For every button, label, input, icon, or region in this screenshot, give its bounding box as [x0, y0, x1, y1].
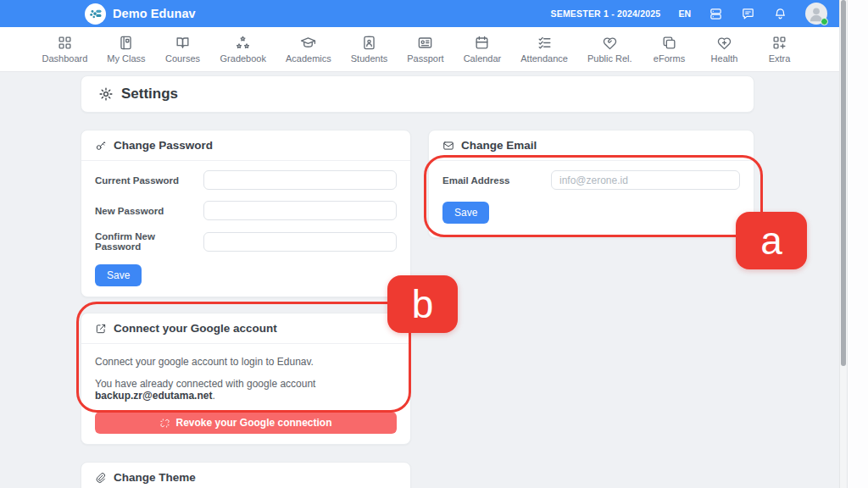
revoke-google-button[interactable]: Revoke your Google connection	[95, 412, 397, 434]
nav-item-health[interactable]: Health	[703, 35, 747, 64]
change-password-title: Change Password	[114, 139, 213, 152]
change-theme-title: Change Theme	[114, 471, 196, 484]
nav-item-my-class[interactable]: My Class	[103, 35, 149, 64]
nav-item-label: Courses	[165, 53, 200, 64]
email-input[interactable]	[551, 170, 740, 190]
server-icon[interactable]	[709, 7, 723, 21]
nav-item-label: Academics	[286, 53, 331, 64]
brand-name: Demo Edunav	[113, 7, 196, 20]
password-form-row: Confirm New Password	[95, 231, 397, 252]
password-field-label: Confirm New Password	[95, 231, 203, 252]
nav-item-label: Gradebook	[220, 53, 266, 64]
google-account-email: backup.zr@edutama.net	[95, 390, 212, 402]
online-status-dot	[821, 18, 828, 25]
topbar: Demo Edunav SEMESTER 1 - 2024/2025 EN	[0, 0, 839, 27]
page-header-card: Settings	[81, 75, 754, 113]
semester-selector[interactable]: SEMESTER 1 - 2024/2025	[551, 8, 661, 19]
nav-item-students[interactable]: Students	[347, 35, 392, 64]
page-title: Settings	[121, 86, 178, 103]
change-password-card: Change Password Current Password New Pas…	[81, 130, 411, 297]
current-password-input[interactable]	[203, 170, 397, 190]
nav-item-eforms[interactable]: eForms	[648, 35, 692, 64]
language-selector[interactable]: EN	[678, 8, 691, 19]
nav-item-academics[interactable]: Academics	[281, 35, 336, 64]
new-password-input[interactable]	[203, 201, 397, 220]
change-email-card: Change Email Email Address Save	[428, 130, 754, 238]
nav-item-label: Health	[711, 53, 738, 64]
save-email-button[interactable]: Save	[442, 202, 489, 224]
user-avatar[interactable]	[805, 3, 827, 25]
nav-item-label: Extra	[769, 53, 791, 64]
password-form-row: Current Password	[95, 170, 397, 190]
nav-item-courses[interactable]: Courses	[161, 35, 205, 64]
notebook-icon	[118, 35, 134, 51]
nav-item-label: Public Rel.	[587, 53, 632, 64]
scrollbar-track[interactable]	[839, 0, 848, 488]
external-link-icon	[95, 323, 107, 335]
nav-item-label: Attendance	[520, 53, 568, 64]
health-heart-icon	[716, 35, 732, 51]
edunav-logo-icon	[85, 3, 106, 25]
change-email-title: Change Email	[461, 139, 537, 152]
mail-icon	[442, 140, 454, 152]
settings-page: Demo Edunav SEMESTER 1 - 2024/2025 EN Da…	[0, 0, 868, 488]
password-field-label: Current Password	[95, 175, 203, 186]
bell-icon[interactable]	[773, 7, 787, 21]
nav-item-label: Students	[351, 53, 387, 64]
nav-item-attendance[interactable]: Attendance	[516, 35, 572, 64]
password-form-row: New Password	[95, 201, 397, 220]
scrollbar-thumb[interactable]	[841, 0, 846, 366]
nav-item-label: Dashboard	[42, 53, 87, 64]
email-field-label: Email Address	[442, 175, 551, 186]
google-info-line2: You have already connected with google a…	[95, 378, 397, 402]
save-password-button[interactable]: Save	[95, 264, 142, 286]
nav-item-label: Calendar	[464, 53, 502, 64]
nav-item-gradebook[interactable]: Gradebook	[216, 35, 270, 64]
change-theme-card: Change Theme Blue Brown	[81, 462, 411, 488]
brand[interactable]: Demo Edunav	[85, 3, 196, 25]
gradebook-stars-icon	[235, 35, 251, 51]
main-navbar: Dashboard My Class Courses Gradebook Aca…	[0, 27, 839, 72]
graduation-cap-icon	[300, 35, 316, 51]
copy-icon	[661, 35, 677, 51]
checklist-icon	[537, 35, 553, 51]
grid-plus-icon	[771, 35, 787, 51]
chat-icon[interactable]	[741, 7, 755, 21]
brush-icon	[95, 472, 107, 484]
password-field-label: New Password	[95, 206, 203, 216]
calendar-icon	[474, 35, 490, 51]
student-badge-icon	[361, 35, 377, 51]
nav-item-label: Passport	[407, 53, 443, 64]
unlink-icon	[159, 418, 170, 429]
gear-icon	[98, 86, 114, 102]
nav-item-label: My Class	[107, 53, 145, 64]
book-icon	[175, 35, 191, 51]
google-info-line1: Connect your google account to login to …	[95, 356, 397, 368]
dashboard-grid-icon	[57, 35, 73, 51]
confirm-new-password-input[interactable]	[203, 232, 397, 252]
nav-item-passport[interactable]: Passport	[403, 35, 448, 64]
nav-item-dashboard[interactable]: Dashboard	[37, 35, 92, 64]
heart-hands-icon	[602, 35, 618, 51]
google-account-card: Connect your Google account Connect your…	[81, 313, 411, 445]
id-card-icon	[417, 35, 433, 51]
google-card-title: Connect your Google account	[114, 322, 277, 335]
nav-item-label: eForms	[654, 53, 685, 64]
key-icon	[95, 140, 107, 152]
email-form-row: Email Address	[442, 170, 740, 190]
nav-item-calendar[interactable]: Calendar	[459, 35, 506, 64]
main-content: Settings Change Password Current Passwor…	[0, 72, 839, 488]
nav-item-public-rel[interactable]: Public Rel.	[583, 35, 637, 64]
window-right-strip	[848, 0, 868, 488]
nav-item-extra[interactable]: Extra	[758, 35, 802, 64]
